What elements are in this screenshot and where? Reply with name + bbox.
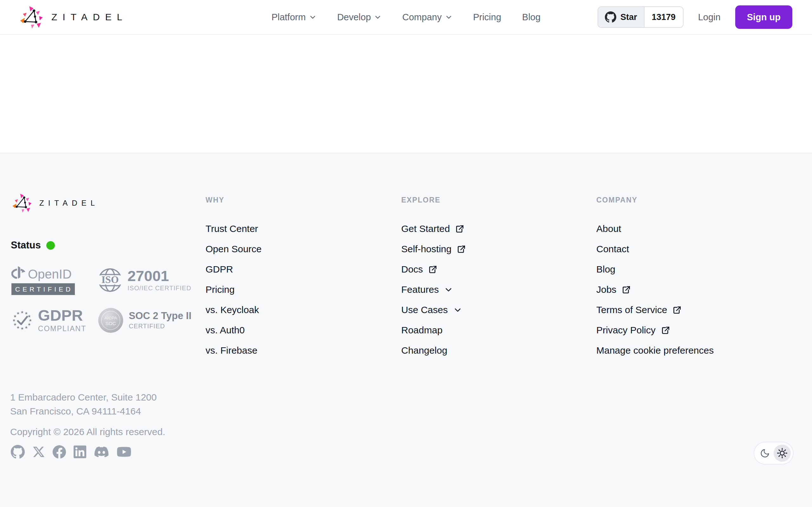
footer-link-label: Features [401, 284, 439, 295]
chevron-down-icon [454, 306, 462, 314]
soc2-title: SOC 2 Type II [129, 311, 192, 321]
zitadel-logo-mark [12, 193, 33, 213]
github-star-button[interactable]: Star [598, 7, 645, 27]
nav-item-blog[interactable]: Blog [522, 12, 541, 22]
footer-link-row: Get Started [401, 223, 466, 233]
signup-button[interactable]: Sign up [735, 5, 792, 29]
footer-link-label: Privacy Policy [596, 325, 656, 336]
footer-link-get-started[interactable]: Get Started [401, 223, 466, 234]
footer-link-pricing[interactable]: Pricing [206, 284, 262, 295]
theme-toggle[interactable] [754, 442, 794, 464]
openid-label: OpenID [28, 267, 72, 281]
linkedin-icon [73, 445, 86, 459]
dark-mode-button[interactable] [757, 445, 774, 462]
footer-link-row: Roadmap [401, 325, 466, 335]
login-link[interactable]: Login [698, 12, 721, 22]
footer-link-features[interactable]: Features [401, 284, 466, 295]
status-label: Status [11, 239, 41, 251]
gdpr-stars-icon [11, 306, 33, 335]
nav-item-label: Pricing [473, 12, 501, 22]
github-star-widget[interactable]: Star 13179 [598, 6, 683, 28]
github-icon [11, 445, 25, 459]
footer-link-self-hosting[interactable]: Self-hosting [401, 244, 466, 255]
social-link-x[interactable] [32, 445, 45, 459]
footer-link-privacy-policy[interactable]: Privacy Policy [596, 325, 714, 336]
footer-link-row: Docs [401, 264, 466, 274]
footer-link-label: Manage cookie preferences [596, 345, 714, 356]
nav-item-pricing[interactable]: Pricing [473, 12, 501, 22]
external-link-icon [457, 245, 466, 253]
footer-link-row: Blog [596, 264, 714, 274]
moon-icon [760, 448, 770, 458]
footer-link-roadmap[interactable]: Roadmap [401, 325, 466, 336]
footer-link-row: vs. Keycloak [206, 304, 262, 315]
social-link-facebook[interactable] [53, 445, 66, 459]
footer-link-label: About [596, 223, 621, 234]
footer-link-row: Terms of Service [596, 304, 714, 315]
footer-link-row: Use Cases [401, 304, 466, 315]
social-link-github[interactable] [11, 445, 25, 459]
nav-item-company[interactable]: Company [402, 12, 452, 22]
footer-link-row: vs. Firebase [206, 345, 262, 355]
external-link-icon [673, 306, 681, 314]
footer-link-jobs[interactable]: Jobs [596, 284, 714, 295]
footer-link-open-source[interactable]: Open Source [206, 244, 262, 255]
footer-link-gdpr[interactable]: GDPR [206, 264, 262, 275]
light-mode-button[interactable] [774, 445, 791, 462]
footer-link-row: Contact [596, 244, 714, 254]
nav-item-label: Blog [522, 12, 541, 22]
footer-link-trust-center[interactable]: Trust Center [206, 223, 262, 234]
footer-link-label: vs. Firebase [206, 345, 257, 356]
footer-link-row: Jobs [596, 284, 714, 294]
header-actions: Star 13179 Login Sign up [598, 5, 792, 29]
footer-link-row: GDPR [206, 264, 262, 274]
footer-link-row: Open Source [206, 244, 262, 254]
footer-link-label: Pricing [206, 284, 235, 295]
footer-link-label: Trust Center [206, 223, 258, 234]
x-icon [32, 445, 45, 459]
aicpa-soc-seal-icon: AICPA SOC [98, 307, 124, 333]
external-link-icon [622, 285, 630, 294]
zitadel-wordmark: ZITADEL [51, 12, 128, 22]
external-link-icon [661, 326, 670, 335]
footer-link-terms-of-service[interactable]: Terms of Service [596, 304, 714, 315]
footer-link-contact[interactable]: Contact [596, 244, 714, 255]
chevron-down-icon [374, 14, 381, 20]
social-link-youtube[interactable] [117, 445, 131, 459]
footer-link-label: Roadmap [401, 325, 443, 336]
footer-link-blog[interactable]: Blog [596, 264, 714, 275]
social-link-discord[interactable] [94, 445, 109, 459]
github-star-count[interactable]: 13179 [645, 7, 683, 27]
footer-column-title: WHY [206, 196, 262, 205]
nav-item-platform[interactable]: Platform [271, 12, 316, 22]
iso-globe-icon: ISO [98, 268, 122, 292]
social-links [11, 445, 131, 459]
footer-link-about[interactable]: About [596, 223, 714, 234]
soc2-badge: AICPA SOC SOC 2 Type II CERTIFIED [98, 307, 192, 333]
footer-link-label: Use Cases [401, 304, 448, 315]
zitadel-logo-mark [20, 6, 44, 29]
nav-item-develop[interactable]: Develop [337, 12, 381, 22]
footer-link-label: vs. Auth0 [206, 325, 245, 336]
empty-content-area [0, 35, 812, 153]
footer-link-label: Terms of Service [596, 304, 667, 315]
footer-link-row: Privacy Policy [596, 325, 714, 335]
footer-link-row: About [596, 223, 714, 233]
footer-link-vs-keycloak[interactable]: vs. Keycloak [206, 304, 262, 315]
gdpr-subtitle: COMPLIANT [38, 325, 86, 333]
footer-link-label: vs. Keycloak [206, 304, 259, 315]
gdpr-title: GDPR [38, 308, 86, 323]
footer-link-use-cases[interactable]: Use Cases [401, 304, 466, 315]
footer-link-docs[interactable]: Docs [401, 264, 466, 275]
zitadel-logo[interactable]: ZITADEL [20, 6, 128, 29]
footer-link-changelog[interactable]: Changelog [401, 345, 466, 356]
footer-link-vs-auth0[interactable]: vs. Auth0 [206, 325, 262, 336]
footer-link-label: Self-hosting [401, 244, 451, 255]
footer-link-vs-firebase[interactable]: vs. Firebase [206, 345, 262, 356]
iso-27001-badge: ISO 27001 ISO/IEC CERTIFIED [98, 268, 192, 292]
status-link[interactable]: Status [11, 239, 55, 251]
social-link-linkedin[interactable] [73, 445, 86, 459]
footer-link-manage-cookie-preferences[interactable]: Manage cookie preferences [596, 345, 714, 356]
footer-zitadel-logo[interactable]: ZITADEL [12, 193, 99, 213]
external-link-icon [428, 265, 437, 274]
